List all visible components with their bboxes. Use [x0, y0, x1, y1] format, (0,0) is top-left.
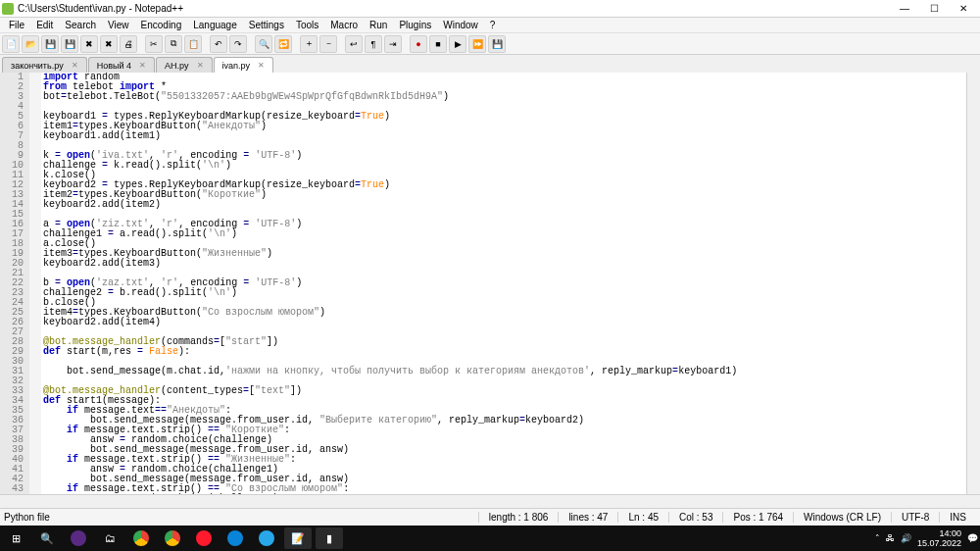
tab-close-icon[interactable]: ✕ — [193, 61, 204, 70]
task-opera-icon[interactable] — [190, 527, 218, 549]
close-all-button[interactable]: ✖ — [100, 35, 118, 53]
maximize-button[interactable]: ☐ — [919, 1, 949, 17]
new-file-button[interactable]: 📄 — [2, 35, 20, 53]
print-button[interactable]: 🖨 — [120, 35, 137, 53]
task-telegram-icon[interactable] — [253, 527, 280, 549]
tray-network-icon[interactable]: 🖧 — [886, 533, 895, 543]
macro-save-button[interactable]: 💾 — [488, 35, 506, 53]
code-line[interactable]: import random — [43, 73, 966, 82]
task-chrome2-icon[interactable] — [159, 527, 186, 549]
code-editor[interactable]: 1234567891011121314151617181920212223242… — [0, 73, 980, 494]
macro-record-button[interactable]: ● — [410, 35, 427, 53]
macro-play-multi-button[interactable]: ⏩ — [468, 35, 486, 53]
undo-button[interactable]: ↶ — [210, 35, 227, 53]
status-length: length : 1 806 — [478, 512, 559, 523]
minimize-button[interactable]: — — [890, 1, 919, 17]
zoom-in-button[interactable]: ＋ — [300, 35, 318, 53]
status-eol: Windows (CR LF) — [793, 512, 891, 523]
tab-close-icon[interactable]: ✕ — [254, 61, 265, 70]
status-bar: Python file length : 1 806 lines : 47 Ln… — [0, 508, 980, 526]
code-line[interactable]: item2=types.KeyboardButton("Короткие") — [43, 190, 966, 200]
code-line[interactable]: item3=types.KeyboardButton("Жизненные") — [43, 249, 966, 259]
code-line[interactable]: challenge = k.read().split('\n') — [43, 161, 966, 171]
save-button[interactable]: 💾 — [41, 35, 59, 53]
menu-?[interactable]: ? — [485, 20, 501, 30]
tray-clock[interactable]: 14:00 15.07.2022 — [917, 528, 961, 548]
tab--py[interactable]: закончить.py✕ — [2, 57, 87, 73]
search-icon[interactable]: 🔍 — [33, 527, 61, 549]
tray-volume-icon[interactable]: 🔊 — [901, 533, 911, 543]
menu-edit[interactable]: Edit — [31, 20, 58, 30]
show-all-chars-button[interactable]: ¶ — [365, 35, 382, 53]
windows-taskbar[interactable]: ⊞ 🔍 🗂 📝 ▮ ˄ 🖧 🔊 14:00 15.07.2022 💬 — [0, 526, 980, 551]
tab--4[interactable]: Новый 4✕ — [88, 57, 155, 73]
status-lines: lines : 47 — [558, 512, 617, 523]
tab-label: ivan.py — [222, 61, 251, 71]
menu-bar: FileEditSearchViewEncodingLanguageSettin… — [0, 18, 980, 33]
status-pos: Pos : 1 764 — [722, 512, 793, 523]
tab-bar: закончить.py✕Новый 4✕AH.py✕ivan.py✕ — [0, 55, 980, 73]
tray-chevron-icon[interactable]: ˄ — [875, 533, 880, 543]
menu-encoding[interactable]: Encoding — [136, 20, 187, 30]
menu-settings[interactable]: Settings — [244, 20, 289, 30]
task-notepadpp-icon[interactable]: 📝 — [284, 527, 312, 549]
code-area[interactable]: import randomfrom telebot import *bot=te… — [41, 73, 966, 494]
close-button[interactable]: ✕ — [949, 1, 978, 17]
vertical-scrollbar[interactable] — [966, 73, 980, 494]
indent-guide-button[interactable]: ⇥ — [384, 35, 402, 53]
tray-date-text: 15.07.2022 — [917, 538, 961, 548]
toolbar: 📄 📂 💾 💾 ✖ ✖ 🖨 ✂ ⧉ 📋 ↶ ↷ 🔍 🔁 ＋ － ↩ ¶ ⇥ ● … — [0, 33, 980, 55]
task-edge-icon[interactable] — [221, 527, 249, 549]
macro-stop-button[interactable]: ■ — [429, 35, 447, 53]
code-line[interactable]: challenge1 = a.read().split('\n') — [43, 229, 966, 239]
copy-button[interactable]: ⧉ — [165, 35, 182, 53]
code-line[interactable]: keyboard2.add(item4) — [43, 318, 966, 327]
cut-button[interactable]: ✂ — [145, 35, 163, 53]
menu-run[interactable]: Run — [365, 20, 392, 30]
code-line[interactable]: @bot.message_handler(content_types=["tex… — [43, 386, 966, 396]
redo-button[interactable]: ↷ — [229, 35, 247, 53]
tab-close-icon[interactable]: ✕ — [135, 61, 146, 70]
macro-play-button[interactable]: ▶ — [449, 35, 466, 53]
menu-search[interactable]: Search — [60, 20, 101, 30]
status-ins: INS — [939, 512, 976, 523]
code-line[interactable]: bot.send_message(m.chat.id,'нажми на кно… — [43, 367, 966, 376]
find-button[interactable]: 🔍 — [255, 35, 272, 53]
menu-macro[interactable]: Macro — [325, 20, 363, 30]
replace-button[interactable]: 🔁 — [274, 35, 292, 53]
code-line[interactable]: keyboard1.add(item1) — [43, 131, 966, 141]
code-line[interactable]: keyboard2.add(item2) — [43, 200, 966, 210]
tray-notifications-icon[interactable]: 💬 — [967, 533, 978, 543]
task-yandex-icon[interactable] — [65, 527, 92, 549]
start-button[interactable]: ⊞ — [2, 527, 29, 549]
task-chrome-icon[interactable] — [127, 527, 155, 549]
menu-plugins[interactable]: Plugins — [394, 20, 436, 30]
status-enc: UTF-8 — [891, 512, 939, 523]
menu-language[interactable]: Language — [188, 20, 242, 30]
horizontal-scrollbar[interactable] — [0, 494, 980, 508]
menu-tools[interactable]: Tools — [291, 20, 323, 30]
task-terminal-icon[interactable]: ▮ — [316, 527, 343, 549]
open-file-button[interactable]: 📂 — [22, 35, 39, 53]
code-line[interactable]: bot=telebot.TeleBot("5501332057:AAEb9bgW… — [43, 92, 966, 102]
menu-view[interactable]: View — [103, 20, 134, 30]
code-line[interactable]: def start(m,res = False): — [43, 347, 966, 357]
tab-close-icon[interactable]: ✕ — [68, 61, 78, 70]
wordwrap-button[interactable]: ↩ — [345, 35, 363, 53]
fold-margin[interactable] — [29, 73, 41, 494]
window-title: C:\Users\Student\ivan.py - Notepad++ — [18, 3, 890, 14]
save-all-button[interactable]: 💾 — [61, 35, 78, 53]
close-file-button[interactable]: ✖ — [80, 35, 98, 53]
menu-file[interactable]: File — [4, 20, 29, 30]
code-line[interactable]: item1=types.KeyboardButton("Анекдоты") — [43, 122, 966, 131]
code-line[interactable]: item4=types.KeyboardButton("Со взрослым … — [43, 308, 966, 318]
zoom-out-button[interactable]: － — [319, 35, 337, 53]
code-line[interactable]: keyboard2.add(item3) — [43, 259, 966, 269]
menu-window[interactable]: Window — [438, 20, 483, 30]
task-explorer-icon[interactable]: 🗂 — [96, 527, 123, 549]
code-line[interactable]: challenge2 = b.read().split('\n') — [43, 288, 966, 298]
tab-ivan-py[interactable]: ivan.py✕ — [214, 57, 274, 73]
paste-button[interactable]: 📋 — [184, 35, 202, 53]
tab-ah-py[interactable]: AH.py✕ — [156, 57, 213, 73]
system-tray[interactable]: ˄ 🖧 🔊 14:00 15.07.2022 💬 — [875, 528, 978, 548]
